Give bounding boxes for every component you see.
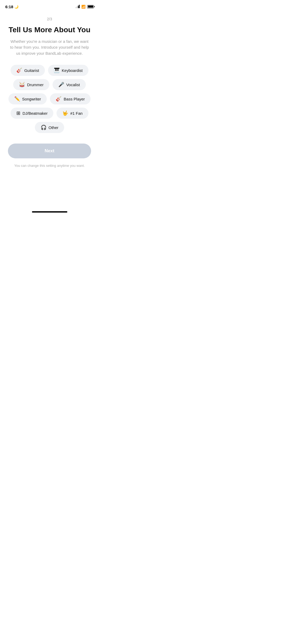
fan-label: #1 Fan xyxy=(70,111,83,116)
page-subtitle: Whether you're a musician or a fan, we w… xyxy=(10,39,89,57)
main-content: 2/3 Tell Us More About You Whether you'r… xyxy=(0,12,99,168)
guitarist-label: Guitarist xyxy=(24,68,39,73)
bass-player-icon: 🎸 xyxy=(56,96,62,101)
page-title: Tell Us More About You xyxy=(8,25,90,34)
keyboardist-label: Keyboardist xyxy=(62,68,83,73)
songwriter-icon: ✏️ xyxy=(14,96,20,101)
roles-row-4: ⊞ DJ/Beatmaker 🤟 #1 Fan xyxy=(11,108,88,119)
wifi-icon: 📶 xyxy=(81,5,86,9)
step-indicator: 2/3 xyxy=(47,17,52,21)
role-bass-player[interactable]: 🎸 Bass Player xyxy=(50,93,91,104)
setting-note: You can change this setting anytime you … xyxy=(14,164,85,168)
role-other[interactable]: 🎧 Other xyxy=(35,122,64,133)
roles-grid: 🎸 Guitarist 🎹 Keyboardist 🥁 Drummer 🎤 Vo… xyxy=(8,65,91,133)
drummer-label: Drummer xyxy=(27,82,44,87)
home-indicator xyxy=(32,211,67,213)
vocalist-label: Vocalist xyxy=(66,82,80,87)
keyboardist-icon: 🎹 xyxy=(54,68,60,73)
role-dj-beatmaker[interactable]: ⊞ DJ/Beatmaker xyxy=(11,108,53,119)
roles-row-2: 🥁 Drummer 🎤 Vocalist xyxy=(13,79,86,90)
moon-icon: 🌙 xyxy=(14,5,18,9)
other-icon: 🎧 xyxy=(41,125,46,130)
roles-row-3: ✏️ Songwriter 🎸 Bass Player xyxy=(8,93,91,104)
role-number1-fan[interactable]: 🤟 #1 Fan xyxy=(56,108,88,119)
roles-row-5: 🎧 Other xyxy=(35,122,64,133)
songwriter-label: Songwriter xyxy=(22,97,41,101)
roles-row-1: 🎸 Guitarist 🎹 Keyboardist xyxy=(11,65,88,76)
vocalist-icon: 🎤 xyxy=(58,82,64,87)
dj-icon: ⊞ xyxy=(16,111,20,116)
status-bar: 6:18 🌙 📶 xyxy=(0,0,99,12)
battery-icon xyxy=(87,5,94,8)
next-button[interactable]: Next xyxy=(8,144,91,158)
role-drummer[interactable]: 🥁 Drummer xyxy=(13,79,49,90)
other-label: Other xyxy=(49,125,59,130)
dj-label: DJ/Beatmaker xyxy=(22,111,48,116)
status-icons: 📶 xyxy=(76,5,94,9)
bass-player-label: Bass Player xyxy=(64,97,85,101)
role-guitarist[interactable]: 🎸 Guitarist xyxy=(11,65,45,76)
fan-icon: 🤟 xyxy=(62,111,68,116)
signal-icon xyxy=(76,5,80,8)
guitarist-icon: 🎸 xyxy=(16,68,22,73)
time-display: 6:18 xyxy=(5,4,13,9)
role-keyboardist[interactable]: 🎹 Keyboardist xyxy=(48,65,88,76)
status-time: 6:18 🌙 xyxy=(5,4,18,9)
drummer-icon: 🥁 xyxy=(19,82,25,87)
role-vocalist[interactable]: 🎤 Vocalist xyxy=(53,79,86,90)
role-songwriter[interactable]: ✏️ Songwriter xyxy=(8,93,47,104)
